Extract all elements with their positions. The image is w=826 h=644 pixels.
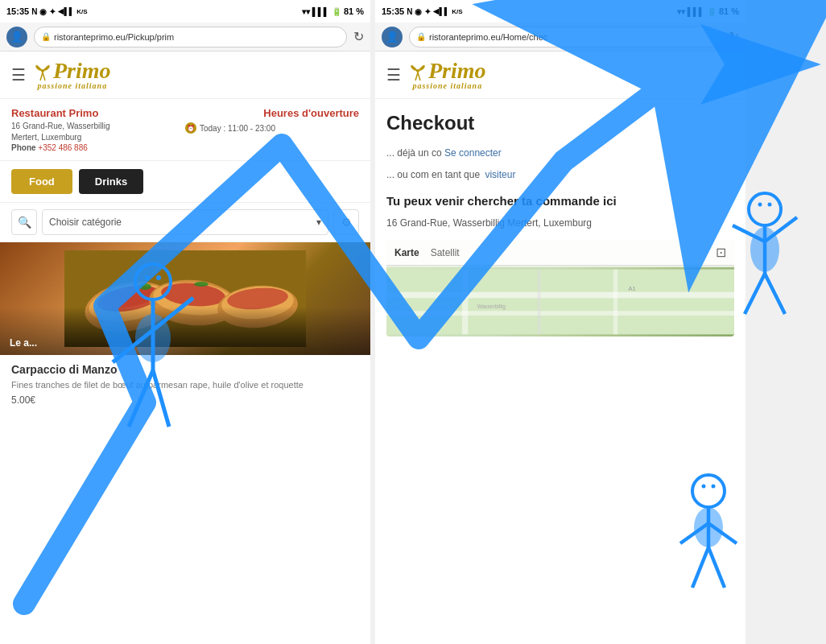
bluetooth-icon-r: ✦ bbox=[424, 7, 431, 16]
bluetooth-icon: ✦ bbox=[49, 7, 56, 16]
reload-icon-right[interactable]: ↻ bbox=[729, 29, 739, 44]
nav-header-left: ☰ Primo passione italiana bbox=[0, 52, 370, 99]
food-name: Carpaccio di Manzo bbox=[11, 363, 359, 376]
visitor-link[interactable]: visiteur bbox=[485, 169, 515, 180]
url-bar-right[interactable]: 🔒 ristoranteprimo.eu/Home/chec bbox=[409, 27, 722, 47]
phone-panel-right: 15:35 N ◉ ✦ ◀▌▌ K/S ▾▾ ▌▌▌ 🔋 81 % 👤 🔒 ri… bbox=[375, 0, 745, 644]
url-text-left: ristoranteprimo.eu/Pickup/prim bbox=[54, 32, 174, 42]
logo-right: Primo passione italiana bbox=[409, 60, 486, 90]
hours-title: Heures d'ouverture bbox=[185, 107, 359, 119]
food-desc: Fines tranches de filet de bœuf au parme… bbox=[11, 379, 359, 391]
hamburger-icon-left[interactable]: ☰ bbox=[11, 65, 26, 85]
map-visual: A1 Wasserbillig bbox=[386, 267, 734, 336]
map-tabs-bar: Karte Satellit ⊡ bbox=[386, 240, 734, 266]
filter-icon-wrap[interactable]: ⚙ bbox=[333, 209, 359, 235]
checkout-title: Checkout bbox=[386, 112, 734, 134]
lock-icon-right: 🔒 bbox=[416, 32, 426, 41]
category-select[interactable]: Choisir catégorie ▾ bbox=[42, 209, 328, 235]
phone-label: Phone bbox=[11, 143, 36, 152]
map-svg: A1 Wasserbillig bbox=[386, 267, 734, 336]
nav-header-right: ☰ Primo passione italiana bbox=[375, 52, 745, 99]
battery-icon-r: 🔋 bbox=[707, 7, 717, 16]
svg-line-2 bbox=[43, 72, 45, 80]
wifi-icon-r: ▾▾ bbox=[677, 7, 685, 16]
svg-rect-21 bbox=[386, 292, 734, 299]
address-bar-right: 👤 🔒 ristoranteprimo.eu/Home/chec ↻ bbox=[375, 23, 745, 52]
map-tab-karte[interactable]: Karte bbox=[394, 247, 419, 258]
restaurant-info: Restaurant Primo 16 Grand-Rue, Wasserbil… bbox=[0, 99, 370, 161]
map-tab-satellit[interactable]: Satellit bbox=[431, 247, 460, 258]
data-speed: K/S bbox=[76, 8, 87, 15]
svg-text:A1: A1 bbox=[629, 285, 636, 292]
logo-text-right: Primo bbox=[428, 60, 486, 82]
svg-line-54 bbox=[765, 274, 785, 314]
wifi-icon: ▾▾ bbox=[302, 7, 310, 16]
drinks-tab[interactable]: Drinks bbox=[79, 169, 143, 194]
signal-icons: ◀▌▌ bbox=[58, 7, 74, 15]
food-price: 5.00€ bbox=[11, 394, 359, 406]
bow-icon-right bbox=[409, 60, 427, 82]
menu-tabs: Food Drinks bbox=[0, 161, 370, 203]
svg-rect-23 bbox=[462, 270, 469, 335]
time-left: 15:35 bbox=[6, 6, 29, 16]
time-right: 15:35 bbox=[382, 6, 404, 16]
avatar-left[interactable]: 👤 bbox=[6, 27, 27, 47]
status-left-right: 15:35 N ◉ ✦ ◀▌▌ K/S bbox=[382, 6, 462, 16]
visitor-prefix-text: ... ou com bbox=[386, 169, 429, 180]
status-bar-left: 15:35 N ◉ ✦ ◀▌▌ K/S ▾▾ ▌▌▌ 🔋 81 % bbox=[0, 0, 370, 23]
food-image-overlay bbox=[0, 307, 370, 355]
url-text-right: ristoranteprimo.eu/Home/chec bbox=[429, 32, 547, 42]
logo-text-left: Primo bbox=[53, 60, 111, 82]
logo-left: Primo passione italiana bbox=[34, 60, 111, 90]
checkout-login-text: ... déjà un co Se connecter bbox=[386, 146, 734, 161]
reload-icon-left[interactable]: ↻ bbox=[353, 29, 364, 44]
svg-point-15 bbox=[194, 282, 209, 287]
phone-number: +352 486 886 bbox=[38, 143, 87, 152]
food-item[interactable]: Le a... Carpaccio di Manzo Fines tranche… bbox=[0, 242, 370, 414]
logo-subtitle-left: passione italiana bbox=[37, 82, 107, 90]
bow-icon bbox=[34, 60, 52, 82]
filter-icon: ⚙ bbox=[341, 216, 352, 229]
signal-icons-r: ◀▌▌ bbox=[433, 7, 449, 15]
map-container: Karte Satellit ⊡ A1 Wasserbillig bbox=[386, 240, 734, 336]
restaurant-phone: Phone +352 486 886 bbox=[11, 143, 185, 152]
svg-rect-25 bbox=[538, 270, 541, 335]
restaurant-name: Restaurant Primo bbox=[11, 107, 185, 119]
svg-point-47 bbox=[749, 193, 781, 225]
login-link[interactable]: Se connecter bbox=[444, 147, 502, 159]
svg-point-17 bbox=[416, 69, 419, 72]
checkout-section: Checkout ... déjà un co Se connecter ...… bbox=[375, 99, 745, 349]
notification-icon-r: ◉ bbox=[415, 7, 422, 16]
svg-point-14 bbox=[138, 283, 151, 290]
battery-level-right: 81 % bbox=[719, 6, 739, 16]
svg-line-1 bbox=[40, 72, 43, 80]
svg-text:Wasserbillig: Wasserbillig bbox=[477, 304, 506, 311]
logo-subtitle-right: passione italiana bbox=[412, 82, 482, 90]
login-prefix: ... déjà un co bbox=[386, 147, 442, 159]
hamburger-icon-right[interactable]: ☰ bbox=[386, 65, 401, 85]
search-icon-wrap[interactable]: 🔍 bbox=[11, 209, 37, 235]
food-details: Carpaccio di Manzo Fines tranches de fil… bbox=[0, 355, 370, 414]
food-image-label: Le a... bbox=[10, 337, 37, 349]
map-expand-icon[interactable]: ⊡ bbox=[716, 245, 726, 260]
food-tab[interactable]: Food bbox=[11, 169, 72, 194]
svg-line-19 bbox=[418, 72, 420, 80]
phone-panel-left: 15:35 N ◉ ✦ ◀▌▌ K/S ▾▾ ▌▌▌ 🔋 81 % 👤 🔒 ri… bbox=[0, 0, 370, 644]
nfc-icon-r: N bbox=[407, 7, 412, 16]
checkout-visitor-text: ... ou com en tant que visiteur bbox=[386, 167, 734, 183]
category-label: Choisir catégorie bbox=[49, 217, 122, 228]
battery-icon: 🔋 bbox=[332, 7, 341, 16]
hours-detail: ⏰ Today : 11:00 - 23:00 bbox=[185, 122, 359, 134]
visitor-as-label: en tant que bbox=[432, 169, 480, 180]
nfc-icon: N bbox=[31, 7, 37, 16]
hours-text: Today : 11:00 - 23:00 bbox=[200, 124, 275, 133]
search-icon: 🔍 bbox=[18, 216, 31, 229]
avatar-right[interactable]: 👤 bbox=[382, 27, 403, 47]
svg-line-18 bbox=[415, 72, 418, 80]
pickup-address: 16 Grand-Rue, Wasserbillig Mertert, Luxe… bbox=[386, 216, 734, 230]
svg-rect-20 bbox=[386, 270, 734, 335]
status-left: 15:35 N ◉ ✦ ◀▌▌ K/S bbox=[6, 6, 87, 16]
svg-point-55 bbox=[750, 227, 779, 272]
url-bar-left[interactable]: 🔒 ristoranteprimo.eu/Pickup/prim bbox=[34, 27, 347, 47]
data-speed-r: K/S bbox=[452, 8, 462, 15]
